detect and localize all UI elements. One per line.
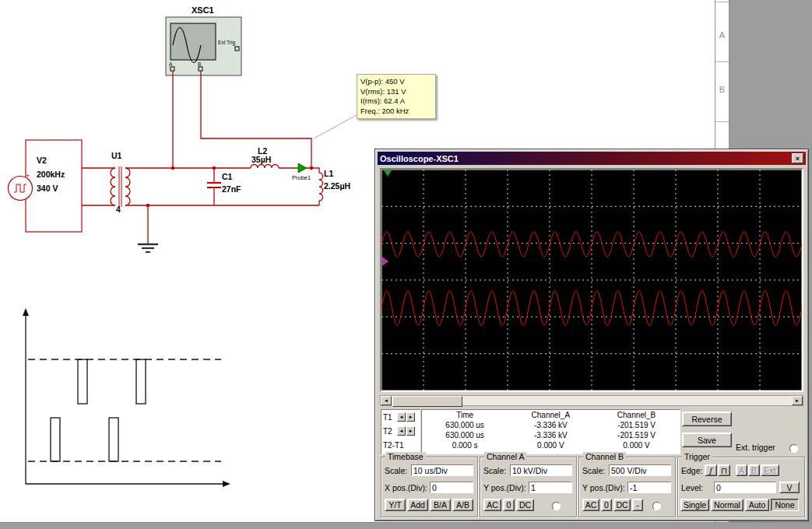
cursor-t1-label: T1: [383, 413, 396, 422]
diff-time: 0.000 s: [422, 441, 508, 450]
readout-row-diff: 0.000 s 0.000 V 0.000 V: [422, 440, 680, 450]
scroll-left-button[interactable]: ◄: [381, 396, 392, 405]
oscilloscope-window: Oscilloscope-XSC1 × ◄ ► T1 ◄ ► T2 ◄ ► T: [374, 149, 809, 521]
c1-ref: C1: [222, 172, 233, 181]
u1-ratio: 4: [116, 205, 121, 214]
cursor-control-box: T1 ◄ ► T2 ◄ ► T2-T1: [381, 409, 420, 454]
add-mode-button[interactable]: Add: [407, 499, 428, 511]
tooltip-line: Freq.: 200 kHz: [360, 107, 432, 117]
channel-a-scale-input[interactable]: [510, 464, 572, 476]
ext-trigger-radio[interactable]: [789, 444, 798, 453]
timebase-scale-label: Scale:: [385, 466, 407, 475]
rising-edge-icon[interactable]: ʃ: [705, 464, 717, 476]
l1-value: 2.25µH: [324, 181, 350, 191]
yt-mode-button[interactable]: Y/T: [385, 499, 406, 511]
v2-freq: 200kHz: [37, 170, 65, 179]
ba-mode-button[interactable]: B/A: [430, 499, 451, 511]
scope-scrollbar[interactable]: ◄ ►: [380, 395, 803, 406]
t2-right-button[interactable]: ►: [406, 426, 415, 436]
trigger-single-button[interactable]: Single: [680, 499, 709, 511]
probe-arrow-icon: [298, 163, 307, 173]
cursor-t2-label: T2: [383, 427, 396, 436]
sheet-row-label-a: A: [715, 30, 729, 40]
channel-a-ac-button[interactable]: AC: [483, 499, 501, 511]
col-time: Time: [422, 411, 508, 419]
xsc1-label: XSC1: [192, 5, 214, 15]
col-channel-a: Channel_A: [508, 411, 593, 419]
t1-channel-b: -201.519 V: [593, 421, 679, 429]
trigger-level-input[interactable]: [714, 482, 776, 493]
trigger-group: Trigger Edge: ʃ ⊓ A B Ext Level: V Singl…: [677, 457, 805, 517]
t1-time: 630.000 us: [422, 421, 508, 429]
channel-b-title: Channel B: [583, 452, 626, 461]
ab-mode-button[interactable]: A/B: [452, 499, 473, 511]
pulse-edge-icon[interactable]: ⊓: [718, 464, 730, 476]
t1-left-button[interactable]: ◄: [397, 412, 406, 422]
t2-time: 630.000 us: [422, 431, 508, 440]
timebase-xpos-label: X pos.(Div):: [385, 483, 427, 492]
sheet-tick: [715, 121, 729, 122]
component-c1[interactable]: C1 27nF: [207, 168, 241, 205]
trigger-auto-button[interactable]: Auto: [745, 499, 769, 511]
sheet-tick: [715, 2, 729, 2]
trigger-source-ext-button[interactable]: Ext: [761, 464, 779, 476]
trigger-source-b-button[interactable]: B: [748, 464, 760, 476]
timebase-scale-input[interactable]: [411, 464, 473, 476]
probe1-marker[interactable]: Probe1: [292, 163, 311, 181]
cursor-diff-label: T2-T1: [383, 441, 404, 450]
component-u1[interactable]: U1 4: [111, 151, 130, 214]
component-l2[interactable]: L2 35µH: [251, 146, 279, 168]
channel-b-dc-button[interactable]: DC: [613, 499, 631, 511]
probe1-label: Probe1: [292, 174, 311, 181]
channel-a-ypos-label: Y pos.(Div):: [483, 483, 526, 492]
level-unit-select[interactable]: V: [779, 482, 800, 493]
diff-channel-a: 0.000 V: [508, 441, 593, 450]
channel-b-ypos-input[interactable]: [627, 482, 671, 493]
tooltip-line: V(p-p): 450 V: [360, 77, 432, 87]
scroll-right-button[interactable]: ►: [792, 396, 803, 405]
channel-a-scale-label: Scale:: [483, 466, 506, 475]
ext-trig-label: Ext Trig: [218, 40, 235, 46]
diff-channel-b: 0.000 V: [593, 441, 679, 450]
channel-b-zero-button[interactable]: 0: [601, 499, 612, 511]
oscilloscope-instrument-icon[interactable]: XSC1 Ext Trig A B: [166, 5, 241, 75]
channel-b-scale-input[interactable]: [609, 464, 671, 476]
u1-ref: U1: [111, 151, 122, 160]
timebase-group: Timebase Scale: X pos.(Div): Y/T Add B/A…: [381, 457, 478, 517]
timebase-xpos-input[interactable]: [430, 482, 473, 493]
t2-left-button[interactable]: ◄: [397, 426, 406, 436]
tooltip-line: I(rms): 62.4 A: [360, 96, 432, 107]
bottom-border: [0, 522, 812, 529]
ground-symbol[interactable]: [138, 244, 158, 252]
v2-voltage: 340 V: [37, 184, 58, 193]
channel-a-title: Channel A: [484, 452, 526, 461]
channel-a-ypos-input[interactable]: [529, 482, 572, 493]
t1-right-button[interactable]: ►: [406, 412, 415, 422]
close-button[interactable]: ×: [792, 153, 803, 163]
terminal-b-label: B: [198, 61, 201, 67]
channel-b-ac-button[interactable]: AC: [582, 499, 599, 511]
trigger-title: Trigger: [682, 452, 712, 461]
trigger-normal-button[interactable]: Normal: [711, 499, 743, 511]
scroll-thumb[interactable]: [392, 396, 462, 407]
scope-traces: [381, 170, 802, 391]
component-l1[interactable]: L1 2.25µH: [319, 169, 350, 201]
channel-a-dc-button[interactable]: DC: [516, 499, 534, 511]
trigger-none-button[interactable]: None: [771, 499, 799, 511]
component-v2[interactable]: + V2 200kHz 340 V: [9, 140, 83, 232]
c1-value: 27nF: [222, 184, 241, 194]
save-button[interactable]: Save: [682, 433, 732, 447]
channel-b-minus-button[interactable]: -: [632, 499, 643, 511]
window-titlebar[interactable]: Oscilloscope-XSC1 ×: [378, 152, 806, 165]
tooltip-line: V(rms): 131 V: [360, 87, 432, 97]
trigger-source-a-button[interactable]: A: [736, 464, 747, 476]
channel-b-group: Channel B Scale: Y pos.(Div): AC 0 DC -: [578, 457, 676, 517]
app-canvas: XSC1 Ext Trig A B: [0, 0, 812, 529]
channel-b-ypos-label: Y pos.(Div):: [582, 483, 625, 492]
channel-a-radio[interactable]: [552, 502, 561, 510]
channel-b-radio[interactable]: [652, 502, 661, 510]
channel-a-zero-button[interactable]: 0: [503, 499, 515, 511]
reverse-button[interactable]: Reverse: [682, 412, 732, 426]
trigger-level-label: Level:: [681, 483, 703, 492]
readout-header-row: Time Channel_A Channel_B: [422, 410, 680, 420]
